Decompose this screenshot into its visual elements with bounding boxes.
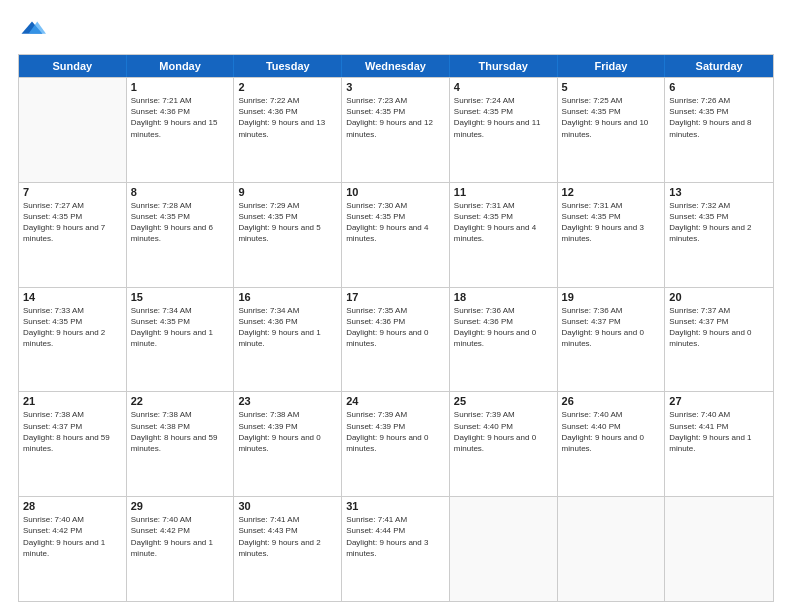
cell-info: Sunrise: 7:26 AM Sunset: 4:35 PM Dayligh… (669, 95, 769, 140)
cell-info: Sunrise: 7:35 AM Sunset: 4:36 PM Dayligh… (346, 305, 445, 350)
day-number: 25 (454, 395, 553, 407)
calendar-header: SundayMondayTuesdayWednesdayThursdayFrid… (19, 55, 773, 77)
day-number: 1 (131, 81, 230, 93)
calendar-cell: 26Sunrise: 7:40 AM Sunset: 4:40 PM Dayli… (558, 392, 666, 496)
cell-info: Sunrise: 7:31 AM Sunset: 4:35 PM Dayligh… (454, 200, 553, 245)
cell-info: Sunrise: 7:23 AM Sunset: 4:35 PM Dayligh… (346, 95, 445, 140)
calendar-cell: 12Sunrise: 7:31 AM Sunset: 4:35 PM Dayli… (558, 183, 666, 287)
cell-info: Sunrise: 7:40 AM Sunset: 4:42 PM Dayligh… (23, 514, 122, 559)
header-day-friday: Friday (558, 55, 666, 77)
cell-info: Sunrise: 7:36 AM Sunset: 4:37 PM Dayligh… (562, 305, 661, 350)
day-number: 12 (562, 186, 661, 198)
header-day-sunday: Sunday (19, 55, 127, 77)
cell-info: Sunrise: 7:38 AM Sunset: 4:38 PM Dayligh… (131, 409, 230, 454)
cell-info: Sunrise: 7:32 AM Sunset: 4:35 PM Dayligh… (669, 200, 769, 245)
calendar-row-0: 1Sunrise: 7:21 AM Sunset: 4:36 PM Daylig… (19, 77, 773, 182)
calendar-cell: 30Sunrise: 7:41 AM Sunset: 4:43 PM Dayli… (234, 497, 342, 601)
day-number: 30 (238, 500, 337, 512)
cell-info: Sunrise: 7:40 AM Sunset: 4:40 PM Dayligh… (562, 409, 661, 454)
calendar-body: 1Sunrise: 7:21 AM Sunset: 4:36 PM Daylig… (19, 77, 773, 601)
day-number: 6 (669, 81, 769, 93)
cell-info: Sunrise: 7:37 AM Sunset: 4:37 PM Dayligh… (669, 305, 769, 350)
cell-info: Sunrise: 7:24 AM Sunset: 4:35 PM Dayligh… (454, 95, 553, 140)
header-day-tuesday: Tuesday (234, 55, 342, 77)
cell-info: Sunrise: 7:41 AM Sunset: 4:44 PM Dayligh… (346, 514, 445, 559)
calendar-cell: 1Sunrise: 7:21 AM Sunset: 4:36 PM Daylig… (127, 78, 235, 182)
header-day-wednesday: Wednesday (342, 55, 450, 77)
calendar-cell: 29Sunrise: 7:40 AM Sunset: 4:42 PM Dayli… (127, 497, 235, 601)
cell-info: Sunrise: 7:36 AM Sunset: 4:36 PM Dayligh… (454, 305, 553, 350)
day-number: 16 (238, 291, 337, 303)
day-number: 17 (346, 291, 445, 303)
calendar-cell: 13Sunrise: 7:32 AM Sunset: 4:35 PM Dayli… (665, 183, 773, 287)
day-number: 3 (346, 81, 445, 93)
calendar-cell: 15Sunrise: 7:34 AM Sunset: 4:35 PM Dayli… (127, 288, 235, 392)
day-number: 20 (669, 291, 769, 303)
calendar-cell: 28Sunrise: 7:40 AM Sunset: 4:42 PM Dayli… (19, 497, 127, 601)
cell-info: Sunrise: 7:40 AM Sunset: 4:42 PM Dayligh… (131, 514, 230, 559)
calendar-cell: 25Sunrise: 7:39 AM Sunset: 4:40 PM Dayli… (450, 392, 558, 496)
calendar-cell: 2Sunrise: 7:22 AM Sunset: 4:36 PM Daylig… (234, 78, 342, 182)
calendar-cell: 22Sunrise: 7:38 AM Sunset: 4:38 PM Dayli… (127, 392, 235, 496)
day-number: 21 (23, 395, 122, 407)
calendar-cell: 23Sunrise: 7:38 AM Sunset: 4:39 PM Dayli… (234, 392, 342, 496)
day-number: 7 (23, 186, 122, 198)
calendar-cell: 8Sunrise: 7:28 AM Sunset: 4:35 PM Daylig… (127, 183, 235, 287)
cell-info: Sunrise: 7:40 AM Sunset: 4:41 PM Dayligh… (669, 409, 769, 454)
calendar-cell (665, 497, 773, 601)
day-number: 13 (669, 186, 769, 198)
calendar-cell: 10Sunrise: 7:30 AM Sunset: 4:35 PM Dayli… (342, 183, 450, 287)
calendar-cell: 4Sunrise: 7:24 AM Sunset: 4:35 PM Daylig… (450, 78, 558, 182)
calendar-cell (558, 497, 666, 601)
day-number: 15 (131, 291, 230, 303)
day-number: 29 (131, 500, 230, 512)
calendar-cell: 20Sunrise: 7:37 AM Sunset: 4:37 PM Dayli… (665, 288, 773, 392)
day-number: 14 (23, 291, 122, 303)
calendar-cell: 19Sunrise: 7:36 AM Sunset: 4:37 PM Dayli… (558, 288, 666, 392)
day-number: 31 (346, 500, 445, 512)
calendar-cell: 21Sunrise: 7:38 AM Sunset: 4:37 PM Dayli… (19, 392, 127, 496)
day-number: 8 (131, 186, 230, 198)
day-number: 4 (454, 81, 553, 93)
day-number: 18 (454, 291, 553, 303)
day-number: 24 (346, 395, 445, 407)
calendar-cell: 18Sunrise: 7:36 AM Sunset: 4:36 PM Dayli… (450, 288, 558, 392)
calendar-row-4: 28Sunrise: 7:40 AM Sunset: 4:42 PM Dayli… (19, 496, 773, 601)
day-number: 11 (454, 186, 553, 198)
cell-info: Sunrise: 7:38 AM Sunset: 4:37 PM Dayligh… (23, 409, 122, 454)
calendar: SundayMondayTuesdayWednesdayThursdayFrid… (18, 54, 774, 602)
logo (18, 18, 50, 46)
calendar-row-1: 7Sunrise: 7:27 AM Sunset: 4:35 PM Daylig… (19, 182, 773, 287)
day-number: 23 (238, 395, 337, 407)
day-number: 26 (562, 395, 661, 407)
cell-info: Sunrise: 7:21 AM Sunset: 4:36 PM Dayligh… (131, 95, 230, 140)
calendar-cell: 7Sunrise: 7:27 AM Sunset: 4:35 PM Daylig… (19, 183, 127, 287)
header-day-monday: Monday (127, 55, 235, 77)
cell-info: Sunrise: 7:29 AM Sunset: 4:35 PM Dayligh… (238, 200, 337, 245)
day-number: 10 (346, 186, 445, 198)
header-day-thursday: Thursday (450, 55, 558, 77)
header-day-saturday: Saturday (665, 55, 773, 77)
calendar-cell (450, 497, 558, 601)
cell-info: Sunrise: 7:38 AM Sunset: 4:39 PM Dayligh… (238, 409, 337, 454)
cell-info: Sunrise: 7:27 AM Sunset: 4:35 PM Dayligh… (23, 200, 122, 245)
calendar-cell: 3Sunrise: 7:23 AM Sunset: 4:35 PM Daylig… (342, 78, 450, 182)
day-number: 27 (669, 395, 769, 407)
calendar-cell (19, 78, 127, 182)
day-number: 28 (23, 500, 122, 512)
cell-info: Sunrise: 7:28 AM Sunset: 4:35 PM Dayligh… (131, 200, 230, 245)
header (18, 18, 774, 46)
calendar-cell: 5Sunrise: 7:25 AM Sunset: 4:35 PM Daylig… (558, 78, 666, 182)
cell-info: Sunrise: 7:39 AM Sunset: 4:39 PM Dayligh… (346, 409, 445, 454)
cell-info: Sunrise: 7:25 AM Sunset: 4:35 PM Dayligh… (562, 95, 661, 140)
calendar-cell: 17Sunrise: 7:35 AM Sunset: 4:36 PM Dayli… (342, 288, 450, 392)
day-number: 19 (562, 291, 661, 303)
day-number: 9 (238, 186, 337, 198)
day-number: 5 (562, 81, 661, 93)
day-number: 2 (238, 81, 337, 93)
cell-info: Sunrise: 7:30 AM Sunset: 4:35 PM Dayligh… (346, 200, 445, 245)
calendar-row-2: 14Sunrise: 7:33 AM Sunset: 4:35 PM Dayli… (19, 287, 773, 392)
calendar-cell: 9Sunrise: 7:29 AM Sunset: 4:35 PM Daylig… (234, 183, 342, 287)
calendar-cell: 16Sunrise: 7:34 AM Sunset: 4:36 PM Dayli… (234, 288, 342, 392)
cell-info: Sunrise: 7:33 AM Sunset: 4:35 PM Dayligh… (23, 305, 122, 350)
